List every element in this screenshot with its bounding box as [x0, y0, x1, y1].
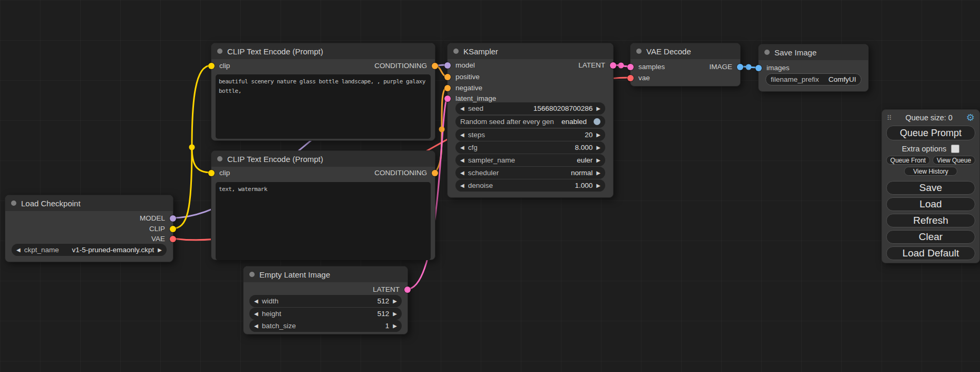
widget-width[interactable]: ◀ width 512 ▶: [249, 295, 402, 307]
node-clip-text-encode-negative[interactable]: CLIP Text Encode (Prompt) clip CONDITION…: [211, 150, 435, 260]
input-dot-clip[interactable]: [208, 63, 215, 69]
node-title: VAE Decode: [646, 47, 691, 56]
next-arrow-icon[interactable]: ▶: [596, 183, 600, 188]
prev-arrow-icon[interactable]: ◀: [254, 311, 258, 317]
next-arrow-icon[interactable]: ▶: [393, 311, 397, 317]
collapse-dot-icon[interactable]: [11, 201, 16, 206]
node-title-bar[interactable]: Empty Latent Image: [244, 266, 407, 282]
node-empty-latent-image[interactable]: Empty Latent Image LATENT ◀ width 512 ▶ …: [243, 266, 408, 335]
widget-batch-size[interactable]: ◀ batch_size 1 ▶: [249, 320, 402, 332]
node-title-bar[interactable]: CLIP Text Encode (Prompt): [211, 151, 435, 167]
queue-prompt-button[interactable]: Queue Prompt: [886, 126, 975, 140]
node-title-bar[interactable]: Load Checkpoint: [5, 195, 173, 211]
node-load-checkpoint[interactable]: Load Checkpoint MODEL CLIP VAE ◀ ckpt_na…: [5, 195, 173, 262]
input-dot-latent-image[interactable]: [444, 96, 451, 102]
next-arrow-icon[interactable]: ▶: [596, 158, 600, 163]
node-title-bar[interactable]: CLIP Text Encode (Prompt): [211, 43, 435, 59]
collapse-dot-icon[interactable]: [764, 50, 770, 55]
node-save-image[interactable]: Save Image images filename_prefix ComfyU…: [758, 44, 869, 92]
reroute-dot-image[interactable]: [746, 64, 752, 70]
widget-ckpt-name[interactable]: ◀ ckpt_name v1-5-pruned-emaonly.ckpt ▶: [12, 244, 167, 256]
refresh-button[interactable]: Refresh: [886, 214, 975, 227]
load-default-button[interactable]: Load Default: [886, 246, 975, 260]
input-dot-images[interactable]: [755, 65, 762, 71]
settings-gear-icon[interactable]: ⚙: [966, 113, 975, 122]
widget-value: 20: [585, 131, 593, 139]
next-arrow-icon[interactable]: ▶: [596, 145, 600, 150]
widget-random-seed[interactable]: Random seed after every gen enabled: [455, 116, 605, 128]
output-dot-latent[interactable]: [610, 62, 616, 69]
node-title-bar[interactable]: Save Image: [759, 44, 868, 60]
drag-handle-icon[interactable]: ⠿: [887, 114, 892, 122]
input-slot-samples: samples: [638, 62, 665, 72]
prompt-textarea[interactable]: text, watermark: [216, 182, 431, 260]
widget-label: denoise: [468, 182, 493, 189]
prev-arrow-icon[interactable]: ◀: [16, 247, 21, 253]
node-clip-text-encode-positive[interactable]: CLIP Text Encode (Prompt) clip CONDITION…: [211, 43, 435, 141]
queue-panel-header: ⠿ Queue size: 0 ⚙: [882, 110, 979, 126]
widget-denoise[interactable]: ◀ denoise 1.000 ▶: [455, 179, 605, 192]
reroute-dot-clip[interactable]: [189, 145, 195, 150]
next-arrow-icon[interactable]: ▶: [393, 323, 397, 329]
clear-button[interactable]: Clear: [886, 230, 975, 244]
prev-arrow-icon[interactable]: ◀: [460, 132, 464, 138]
output-dot-conditioning[interactable]: [432, 63, 438, 69]
input-dot-model[interactable]: [444, 62, 451, 69]
view-history-button[interactable]: View History: [904, 167, 957, 176]
reroute-dot-latent[interactable]: [618, 63, 624, 69]
input-dot-vae[interactable]: [627, 75, 634, 81]
input-dot-samples[interactable]: [627, 64, 634, 70]
node-title-bar[interactable]: VAE Decode: [630, 43, 740, 59]
next-arrow-icon[interactable]: ▶: [158, 247, 162, 253]
collapse-dot-icon[interactable]: [217, 156, 222, 161]
load-button[interactable]: Load: [886, 197, 975, 211]
prev-arrow-icon[interactable]: ◀: [254, 299, 258, 304]
next-arrow-icon[interactable]: ▶: [596, 132, 600, 138]
input-dot-positive[interactable]: [444, 74, 451, 80]
reroute-dot-conditioning[interactable]: [439, 127, 445, 132]
widget-sampler-name[interactable]: ◀ sampler_name euler ▶: [455, 154, 605, 166]
widget-scheduler[interactable]: ◀ scheduler normal ▶: [455, 167, 605, 179]
prev-arrow-icon[interactable]: ◀: [460, 183, 464, 188]
collapse-dot-icon[interactable]: [217, 49, 222, 54]
widget-seed[interactable]: ◀ seed 156680208700286 ▶: [455, 102, 605, 115]
extra-options-checkbox[interactable]: [951, 145, 959, 153]
next-arrow-icon[interactable]: ▶: [596, 170, 600, 176]
input-slot-clip: clip: [219, 168, 230, 178]
collapse-dot-icon[interactable]: [636, 49, 642, 54]
output-dot-latent[interactable]: [404, 287, 411, 293]
prev-arrow-icon[interactable]: ◀: [460, 145, 464, 150]
output-dot-clip[interactable]: [170, 226, 176, 232]
input-slot-model: model: [455, 60, 475, 71]
prev-arrow-icon[interactable]: ◀: [460, 158, 464, 163]
node-title: Save Image: [774, 48, 817, 57]
prev-arrow-icon[interactable]: ◀: [254, 323, 258, 329]
next-arrow-icon[interactable]: ▶: [393, 299, 397, 304]
widget-steps[interactable]: ◀ steps 20 ▶: [455, 129, 605, 141]
graph-canvas[interactable]: Load Checkpoint MODEL CLIP VAE ◀ ckpt_na…: [0, 0, 980, 372]
node-ksampler[interactable]: KSampler model positive negative latent_…: [447, 43, 614, 198]
collapse-dot-icon[interactable]: [249, 272, 255, 277]
widget-value: v1-5-pruned-emaonly.ckpt: [72, 246, 154, 254]
save-button[interactable]: Save: [886, 181, 975, 195]
prompt-textarea[interactable]: beautiful scenery nature glass bottle la…: [216, 74, 431, 139]
widget-label: filename_prefix: [771, 75, 819, 83]
queue-front-button[interactable]: Queue Front: [886, 156, 930, 165]
input-dot-negative[interactable]: [444, 85, 451, 91]
view-queue-button[interactable]: View Queue: [933, 156, 975, 165]
widget-filename-prefix[interactable]: filename_prefix ComfyUI: [765, 73, 861, 85]
node-vae-decode[interactable]: VAE Decode samples vae IMAGE: [630, 43, 741, 87]
collapse-dot-icon[interactable]: [453, 49, 459, 54]
output-dot-vae[interactable]: [170, 236, 176, 242]
prev-arrow-icon[interactable]: ◀: [460, 170, 464, 176]
widget-cfg[interactable]: ◀ cfg 8.000 ▶: [455, 141, 605, 154]
next-arrow-icon[interactable]: ▶: [596, 106, 600, 111]
output-dot-image[interactable]: [737, 64, 743, 70]
input-dot-clip[interactable]: [208, 170, 215, 176]
node-title-bar[interactable]: KSampler: [448, 43, 613, 59]
widget-height[interactable]: ◀ height 512 ▶: [249, 308, 402, 320]
output-dot-model[interactable]: [170, 215, 176, 222]
toggle-knob-icon[interactable]: [594, 118, 600, 125]
prev-arrow-icon[interactable]: ◀: [460, 106, 464, 111]
output-dot-conditioning[interactable]: [432, 170, 438, 176]
